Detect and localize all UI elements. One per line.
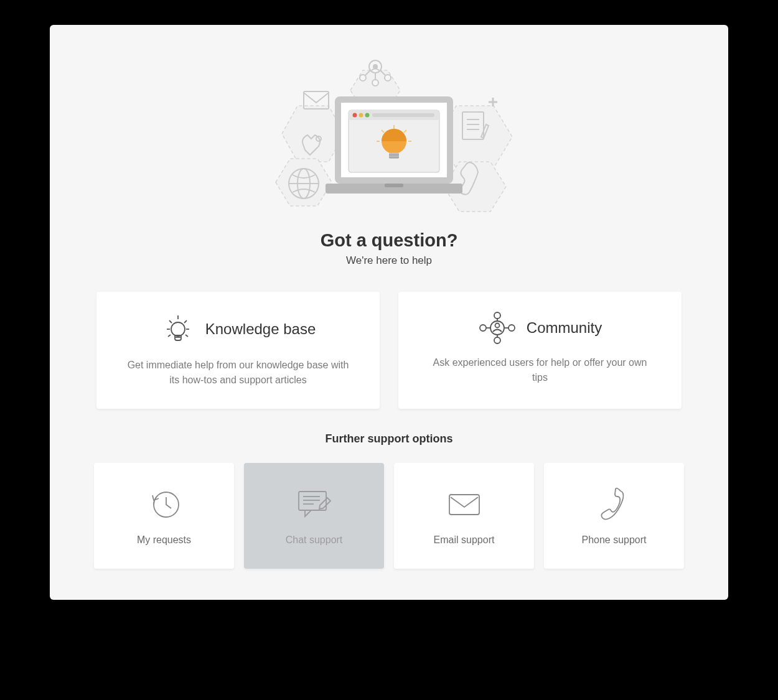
svg-point-33 (359, 113, 363, 118)
svg-point-34 (365, 113, 369, 118)
chat-support-card: Chat support (244, 463, 384, 569)
svg-line-52 (168, 335, 171, 337)
svg-line-53 (185, 335, 188, 337)
chat-edit-icon (295, 486, 334, 523)
phone-icon (599, 486, 629, 523)
knowledge-base-description: Get immediate help from our knowledge ba… (123, 358, 354, 388)
svg-rect-38 (389, 154, 399, 156)
primary-cards-row: Knowledge base Get immediate help from o… (50, 267, 728, 421)
svg-line-50 (169, 320, 172, 323)
history-icon (146, 486, 182, 523)
further-options-heading: Further support options (50, 432, 728, 446)
my-requests-label: My requests (137, 534, 191, 546)
chat-support-label: Chat support (286, 534, 343, 546)
svg-rect-39 (389, 157, 399, 158)
svg-point-59 (494, 337, 500, 343)
email-support-label: Email support (434, 534, 495, 546)
svg-point-55 (495, 324, 499, 328)
hero-illustration (241, 53, 537, 215)
knowledge-base-card[interactable]: Knowledge base Get immediate help from o… (96, 292, 380, 409)
svg-point-22 (372, 80, 378, 86)
svg-point-32 (352, 113, 357, 118)
page-subtitle: We're here to help (346, 254, 432, 267)
envelope-icon (446, 486, 483, 523)
option-cards-row: My requests Chat support (50, 446, 728, 569)
email-support-card[interactable]: Email support (394, 463, 534, 569)
phone-support-card[interactable]: Phone support (544, 463, 684, 569)
lightbulb-icon (161, 312, 195, 347)
svg-rect-65 (299, 492, 326, 510)
knowledge-base-title: Knowledge base (205, 320, 316, 338)
svg-point-56 (480, 325, 486, 331)
community-icon (478, 312, 517, 344)
page-title: Got a question? (321, 230, 458, 251)
community-description: Ask experienced users for help or offer … (425, 355, 655, 385)
my-requests-card[interactable]: My requests (94, 463, 234, 569)
svg-rect-69 (449, 495, 479, 515)
phone-support-label: Phone support (581, 534, 646, 546)
svg-point-20 (360, 75, 366, 81)
svg-point-58 (494, 312, 500, 319)
svg-point-45 (171, 322, 185, 336)
svg-rect-29 (385, 184, 403, 187)
help-panel: Got a question? We're here to help (50, 25, 728, 600)
svg-point-21 (385, 75, 391, 81)
community-title: Community (527, 319, 602, 337)
hero: Got a question? We're here to help (50, 25, 728, 267)
community-card[interactable]: Community Ask experienced users for help… (398, 292, 682, 409)
svg-rect-35 (372, 113, 434, 117)
svg-line-51 (184, 320, 187, 323)
svg-point-57 (509, 325, 515, 331)
